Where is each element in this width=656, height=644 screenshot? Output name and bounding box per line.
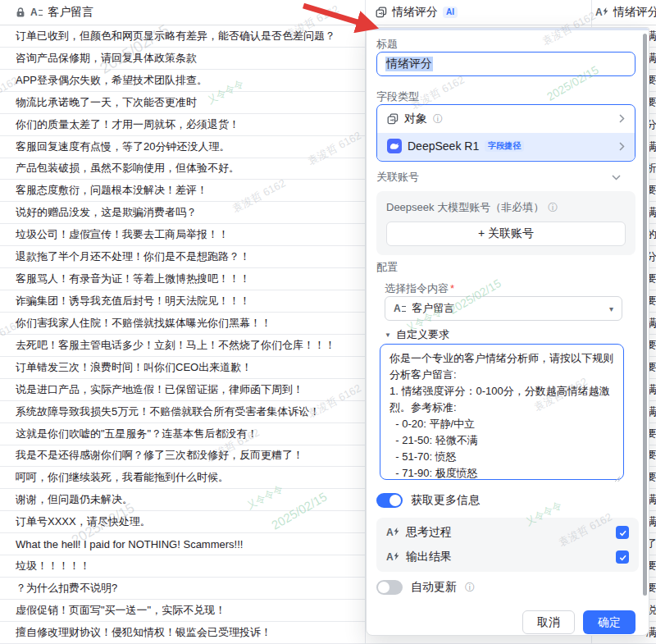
field-shortcut-badge: 字段捷径 [485,140,524,152]
message-cell[interactable]: 谢谢，但问题仍未解决。 [16,489,133,510]
instruction-select[interactable]: A 客户留言 ▾ [385,296,622,321]
required-mark: * [450,282,454,295]
output-options-box: A 思考过程 A 输出结果 [376,518,639,572]
message-cell[interactable]: 产品包装破损，虽然不影响使用，但体验不好。 [16,158,239,180]
field-type-label: 字段类型 [376,89,419,104]
message-cell[interactable]: APP登录偶尔失败，希望技术团队排查。 [16,70,207,91]
message-cell[interactable]: 物流比承诺晚了一天，下次能否更准时 [16,92,197,113]
message-cell[interactable]: 系统故障导致我损失5万元！不赔偿就联合所有受害者集体诉讼！ [16,401,320,422]
text-field-icon: A [394,304,406,313]
message-cell[interactable]: 呵呵，你们继续装死，我看能拖到什么时候。 [16,467,229,488]
text-field-icon: A [30,7,43,17]
message-cell[interactable]: 订单已收到，但颜色和网页显示略有差异，能否确认是否色差问题？ [16,25,335,47]
output-checkbox[interactable] [616,550,629,564]
object-row-label: 对象 [404,112,427,126]
auto-update-toggle[interactable] [376,580,403,595]
column-header-customer-message[interactable]: A 客户留言 [0,0,365,25]
cancel-button[interactable]: 取消 [522,610,575,634]
link-account-button[interactable]: + 关联账号 [386,222,626,246]
panel-scrollbar[interactable] [643,34,647,596]
message-cell[interactable]: 诈骗集团！诱导我充值后封号！明天法院见！！！ [16,290,250,312]
column-header-thinking[interactable]: A 情绪评分.思考过程 [591,0,656,25]
column-title: 客户留言 [48,5,93,20]
app-window: A 客户留言 情绪评分 AI A 情绪评分.思考过程 订单已收到，但颜色和网页显… [0,0,656,644]
field-type-box: 对象 ⓘ DeepSeek R1 字段捷径 [376,104,636,162]
info-icon: ⓘ [465,582,475,592]
message-cell[interactable]: 咨询产品保修期，请回复具体政策条款 [16,48,197,69]
message-cell[interactable]: 你们的质量太差了！才用一周就坏，必须退货！ [16,114,239,135]
option-thinking-label: 思考过程 [406,525,452,540]
info-icon: ⓘ [548,203,558,212]
more-info-label: 获取更多信息 [411,493,480,508]
message-cell[interactable]: 虚假促销！页面写"买一送一"，实际不兑现！ [16,600,226,621]
table-header-row: A 客户留言 情绪评分 AI A 情绪评分.思考过程 [0,0,656,25]
column-header-emotion-score[interactable]: 情绪评分 AI [365,0,591,25]
message-cell[interactable]: What the hell! I paid for NOTHING! Scamm… [16,533,243,555]
instruction-label: 选择指令内容* [385,281,454,296]
message-cell[interactable]: 订单错发三次！浪费时间！叫你们CEO出来道歉！ [16,357,252,378]
model-row-label: DeepSeek R1 [408,139,479,153]
auto-update-toggle-row: 自动更新 ⓘ [376,580,475,595]
more-info-toggle-row: 获取更多信息 [376,493,480,508]
message-cell[interactable]: 这就是你们吹嘘的"五星服务"？连基本售后都没有！ [16,423,257,445]
lookup-field-icon [387,113,399,125]
field-title-input[interactable]: 情绪评分 [376,52,636,76]
message-cell[interactable]: 垃圾公司！虚假宣传！我要去工商局举报！！ [16,224,229,245]
account-section-label: 关联账号 [376,170,419,185]
chevron-down-icon [612,175,621,180]
field-type-model-row[interactable]: DeepSeek R1 字段捷径 [377,133,635,161]
message-cell[interactable]: 垃圾！！！！！ [16,555,90,577]
ai-field-icon: A [595,7,608,17]
message-cell[interactable]: 擅自修改理财协议！侵犯知情权！银监会已受理投诉！ [16,622,271,643]
deepseek-icon [387,139,402,153]
title-label: 标题 [376,37,398,52]
message-cell[interactable]: 客服态度敷衍，问题根本没解决！差评！ [16,180,207,201]
ai-field-icon: A [386,528,399,537]
column-title: 情绪评分 [392,5,438,20]
column-title: 情绪评分.思考过程 [613,5,656,20]
message-cell[interactable]: 客服骂人！有录音为证！等着上微博热搜吧！！！ [16,268,250,290]
option-thinking-row: A 思考过程 [386,520,629,545]
field-config-panel: 标题 情绪评分 字段类型 对象 ⓘ DeepSeek R1 字段捷径 [366,27,649,636]
caret-down-icon: ▾ [609,304,613,313]
config-section-label: 配置 [376,260,398,275]
message-cell[interactable]: 客服回复速度有点慢，等了20分钟还没人理。 [16,136,230,158]
message-cell[interactable]: 我是不是还得感谢你们啊？修了三次都没修好，反而更糟了！ [16,445,303,467]
message-cell[interactable]: 退款拖了半个月还不处理！你们是不是想跑路？！ [16,246,250,267]
option-output-label: 输出结果 [406,550,452,564]
message-cell[interactable]: ？为什么扣费不说明? [16,578,117,599]
prompt-textarea[interactable]: 你是一个专业的客户情绪分析师，请按以下规则分析客户留言: 1. 情绪强度评分：0… [380,344,624,480]
instruction-value: 客户留言 [412,301,454,316]
info-icon: ⓘ [433,114,443,124]
lookup-field-icon [376,7,387,18]
triangle-down-icon: ▼ [385,331,391,339]
custom-requirement-label: 自定义要求 [396,327,449,342]
field-type-object-row[interactable]: 对象 ⓘ [377,105,635,133]
thinking-checkbox[interactable] [616,526,629,539]
option-output-row: A 输出结果 [386,545,629,569]
custom-requirement-collapser[interactable]: ▼ 自定义要求 [385,327,449,342]
message-cell[interactable]: 订单号XXXX，请尽快处理。 [16,511,151,532]
message-cell[interactable]: 你们害我家人住院！不赔偿就找媒体曝光你们黑幕！！ [16,313,271,334]
chevron-right-icon [619,114,625,123]
message-cell[interactable]: 说是进口产品，实际产地造假！已保留证据，律师函下周到！ [16,379,303,400]
account-hint-label: Deepseek 大模型账号（非必填） [386,200,544,215]
more-info-toggle[interactable] [376,493,403,508]
message-cell[interactable]: 去死吧！客服主管电话多少！立刻！马上！不然烧了你们仓库！！！ [16,335,335,356]
message-cell[interactable]: 说好的赠品没发，这是欺骗消费者吗？ [16,202,197,223]
ai-field-icon: A [386,552,399,562]
ai-badge: AI [443,7,458,18]
field-title-value: 情绪评分 [385,57,433,71]
confirm-button[interactable]: 确定 [583,610,636,634]
chevron-right-icon [619,142,625,151]
auto-update-label: 自动更新 [411,580,457,595]
account-section-header[interactable]: 关联账号 [376,170,636,185]
account-box: Deepseek 大模型账号（非必填） ⓘ + 关联账号 [376,191,636,255]
lock-icon [16,7,25,18]
